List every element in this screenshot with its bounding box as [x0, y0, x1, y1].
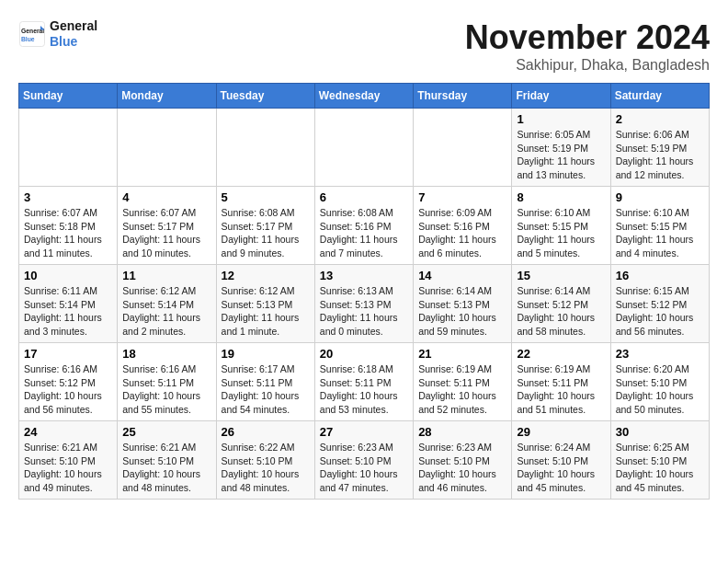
- header-day: Sunday: [19, 84, 118, 109]
- cell-line: Daylight: 11 hours and 2 minutes.: [122, 311, 210, 338]
- cell-line: Sunset: 5:10 PM: [616, 454, 704, 468]
- month-title: November 2024: [465, 18, 710, 57]
- cell-line: Sunrise: 6:07 AM: [122, 206, 210, 220]
- calendar-cell: 20Sunrise: 6:18 AMSunset: 5:11 PMDayligh…: [314, 343, 413, 421]
- cell-content: Sunrise: 6:19 AMSunset: 5:11 PMDaylight:…: [418, 362, 506, 417]
- cell-content: Sunrise: 6:10 AMSunset: 5:15 PMDaylight:…: [517, 206, 605, 260]
- cell-content: Sunrise: 6:12 AMSunset: 5:13 PMDaylight:…: [222, 284, 310, 339]
- day-number: 1: [517, 112, 605, 126]
- cell-line: Sunset: 5:10 PM: [616, 376, 704, 390]
- calendar-cell: 25Sunrise: 6:21 AMSunset: 5:10 PMDayligh…: [118, 421, 216, 500]
- cell-line: Sunrise: 6:17 AM: [222, 362, 310, 376]
- day-number: 2: [616, 112, 704, 126]
- calendar-cell: 17Sunrise: 6:16 AMSunset: 5:12 PMDayligh…: [19, 343, 118, 421]
- cell-line: Sunrise: 6:22 AM: [222, 441, 310, 454]
- cell-content: Sunrise: 6:20 AMSunset: 5:10 PMDaylight:…: [616, 362, 704, 417]
- calendar-cell: [414, 109, 512, 187]
- cell-line: Daylight: 10 hours and 54 minutes.: [222, 389, 310, 416]
- cell-line: Daylight: 11 hours and 4 minutes.: [616, 233, 704, 259]
- cell-line: Sunrise: 6:14 AM: [418, 284, 506, 298]
- cell-content: Sunrise: 6:16 AMSunset: 5:11 PMDaylight:…: [122, 362, 210, 417]
- calendar-cell: 26Sunrise: 6:22 AMSunset: 5:10 PMDayligh…: [216, 421, 314, 500]
- cell-content: Sunrise: 6:10 AMSunset: 5:15 PMDaylight:…: [616, 206, 704, 260]
- cell-content: Sunrise: 6:06 AMSunset: 5:19 PMDaylight:…: [616, 128, 704, 182]
- cell-line: Sunset: 5:11 PM: [222, 376, 310, 390]
- cell-line: Sunset: 5:18 PM: [24, 220, 112, 234]
- cell-line: Sunset: 5:13 PM: [320, 298, 408, 312]
- cell-line: Sunset: 5:14 PM: [122, 298, 210, 312]
- day-number: 15: [517, 269, 605, 282]
- cell-line: Daylight: 11 hours and 13 minutes.: [517, 155, 605, 181]
- cell-line: Sunrise: 6:19 AM: [517, 362, 605, 376]
- cell-line: Sunrise: 6:23 AM: [418, 441, 506, 454]
- cell-line: Daylight: 10 hours and 46 minutes.: [418, 467, 506, 494]
- calendar-cell: 6Sunrise: 6:08 AMSunset: 5:16 PMDaylight…: [314, 187, 413, 265]
- calendar-cell: 15Sunrise: 6:14 AMSunset: 5:12 PMDayligh…: [512, 265, 610, 343]
- cell-line: Sunset: 5:19 PM: [616, 142, 704, 155]
- calendar-week-row: 17Sunrise: 6:16 AMSunset: 5:12 PMDayligh…: [19, 343, 710, 421]
- cell-line: Sunset: 5:13 PM: [222, 298, 310, 312]
- logo-line2: Blue: [50, 34, 97, 50]
- calendar-cell: 24Sunrise: 6:21 AMSunset: 5:10 PMDayligh…: [19, 421, 118, 500]
- calendar-cell: 8Sunrise: 6:10 AMSunset: 5:15 PMDaylight…: [512, 187, 610, 265]
- cell-line: Daylight: 11 hours and 1 minute.: [222, 311, 310, 338]
- cell-content: Sunrise: 6:24 AMSunset: 5:10 PMDaylight:…: [517, 441, 605, 495]
- cell-content: Sunrise: 6:21 AMSunset: 5:10 PMDaylight:…: [122, 441, 210, 495]
- calendar-cell: [19, 109, 118, 187]
- cell-content: Sunrise: 6:23 AMSunset: 5:10 PMDaylight:…: [418, 441, 506, 495]
- cell-line: Daylight: 10 hours and 53 minutes.: [320, 389, 408, 416]
- cell-line: Sunrise: 6:08 AM: [222, 206, 310, 220]
- cell-line: Sunrise: 6:06 AM: [616, 128, 704, 142]
- day-number: 28: [418, 425, 506, 439]
- page-header: General Blue General Blue November 2024 …: [18, 18, 710, 74]
- cell-content: Sunrise: 6:21 AMSunset: 5:10 PMDaylight:…: [24, 441, 112, 495]
- cell-line: Sunset: 5:10 PM: [24, 454, 112, 468]
- day-number: 14: [418, 269, 506, 282]
- cell-line: Sunrise: 6:19 AM: [418, 362, 506, 376]
- cell-content: Sunrise: 6:11 AMSunset: 5:14 PMDaylight:…: [24, 284, 112, 339]
- cell-line: Daylight: 10 hours and 49 minutes.: [24, 467, 112, 494]
- cell-line: Daylight: 10 hours and 48 minutes.: [122, 467, 210, 494]
- day-number: 30: [616, 425, 704, 439]
- day-number: 22: [517, 347, 605, 361]
- cell-content: Sunrise: 6:12 AMSunset: 5:14 PMDaylight:…: [122, 284, 210, 339]
- day-number: 11: [122, 269, 210, 282]
- calendar-cell: 16Sunrise: 6:15 AMSunset: 5:12 PMDayligh…: [610, 265, 709, 343]
- logo: General Blue General Blue: [18, 18, 97, 50]
- cell-line: Sunset: 5:19 PM: [517, 142, 605, 155]
- calendar-week-row: 10Sunrise: 6:11 AMSunset: 5:14 PMDayligh…: [19, 265, 710, 343]
- day-number: 5: [222, 190, 310, 204]
- calendar-cell: [314, 109, 413, 187]
- cell-line: Daylight: 10 hours and 55 minutes.: [122, 389, 210, 416]
- cell-content: Sunrise: 6:14 AMSunset: 5:13 PMDaylight:…: [418, 284, 506, 339]
- cell-line: Daylight: 10 hours and 58 minutes.: [517, 311, 605, 338]
- day-number: 6: [320, 190, 408, 204]
- cell-line: Sunset: 5:14 PM: [24, 298, 112, 312]
- cell-line: Sunset: 5:15 PM: [616, 220, 704, 234]
- calendar-cell: 10Sunrise: 6:11 AMSunset: 5:14 PMDayligh…: [19, 265, 118, 343]
- cell-content: Sunrise: 6:16 AMSunset: 5:12 PMDaylight:…: [24, 362, 112, 417]
- cell-line: Sunrise: 6:11 AM: [24, 284, 112, 298]
- calendar-cell: 19Sunrise: 6:17 AMSunset: 5:11 PMDayligh…: [216, 343, 314, 421]
- calendar-cell: 14Sunrise: 6:14 AMSunset: 5:13 PMDayligh…: [414, 265, 512, 343]
- cell-line: Sunset: 5:11 PM: [122, 376, 210, 390]
- cell-line: Sunset: 5:11 PM: [517, 376, 605, 390]
- cell-line: Daylight: 10 hours and 45 minutes.: [517, 467, 605, 494]
- cell-content: Sunrise: 6:14 AMSunset: 5:12 PMDaylight:…: [517, 284, 605, 339]
- cell-line: Sunrise: 6:23 AM: [320, 441, 408, 454]
- header-row: SundayMondayTuesdayWednesdayThursdayFrid…: [19, 84, 710, 109]
- cell-line: Sunrise: 6:18 AM: [320, 362, 408, 376]
- title-section: November 2024 Sakhipur, Dhaka, Banglades…: [465, 18, 710, 74]
- cell-line: Sunset: 5:11 PM: [418, 376, 506, 390]
- calendar-cell: [118, 109, 216, 187]
- header-day: Saturday: [610, 84, 709, 109]
- cell-line: Sunset: 5:12 PM: [616, 298, 704, 312]
- calendar-cell: 2Sunrise: 6:06 AMSunset: 5:19 PMDaylight…: [610, 109, 709, 187]
- cell-content: Sunrise: 6:19 AMSunset: 5:11 PMDaylight:…: [517, 362, 605, 417]
- cell-line: Daylight: 11 hours and 5 minutes.: [517, 233, 605, 259]
- cell-line: Sunrise: 6:13 AM: [320, 284, 408, 298]
- cell-line: Daylight: 11 hours and 3 minutes.: [24, 311, 112, 338]
- day-number: 25: [122, 425, 210, 439]
- cell-line: Daylight: 11 hours and 11 minutes.: [24, 233, 112, 259]
- cell-line: Daylight: 10 hours and 45 minutes.: [616, 467, 704, 494]
